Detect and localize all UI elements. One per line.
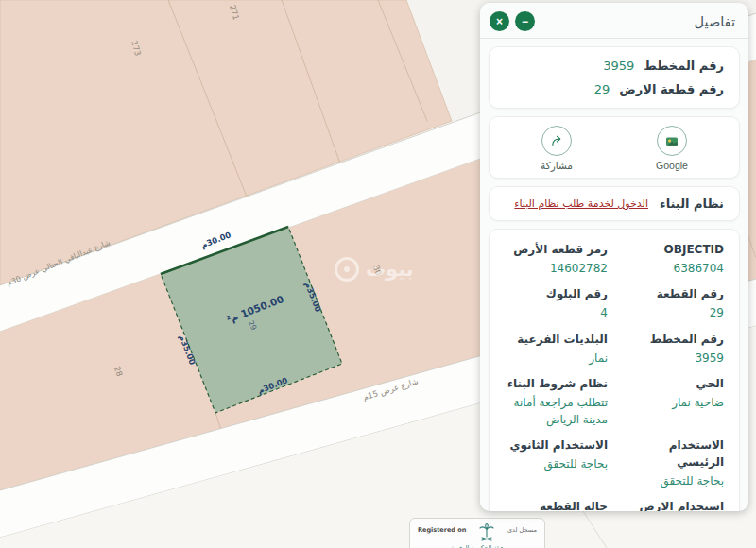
minimize-icon[interactable]: −: [515, 11, 535, 31]
registered-on-label: Registered on: [418, 526, 466, 534]
building-system-label: نظام البناء: [660, 197, 724, 211]
summary-card: رقم المخطط 3959 رقم قطعة الارض 29: [489, 46, 740, 109]
close-icon[interactable]: ×: [490, 11, 509, 31]
actions-card: Google مشاركة: [489, 116, 740, 179]
attr-main-use: الاستخدام الرئيسي بحاجة للتحقق: [621, 437, 724, 489]
attr-plan-number: رقم المخطط 3959: [621, 331, 724, 367]
parcel-number-label: رقم قطعة الارض: [619, 82, 724, 96]
panel-header: تفاصيل × −: [480, 3, 748, 39]
attr-land-use: استخدام الارض بحاجة للتحقق: [621, 498, 724, 511]
panel-title: تفاصيل: [695, 14, 735, 29]
attr-objectid: OBJECTID 6386704: [621, 241, 724, 277]
attributes-table: OBJECTID 6386704 رمز قطعة الأرض 14602782…: [505, 241, 724, 511]
registration-badge: Registered on مسجل لدى هيئة الحكومة الرق…: [409, 518, 545, 548]
google-icon: [657, 126, 687, 156]
attr-parcel-code: رمز قطعة الأرض 14602782: [505, 241, 608, 277]
plan-number-label: رقم المخطط: [644, 59, 724, 73]
plan-number-value: 3959: [603, 59, 634, 73]
registered-on-label-ar: مسجل لدى: [507, 526, 537, 534]
plan-number-row: رقم المخطط 3959: [505, 54, 724, 77]
share-button-label: مشاركة: [541, 160, 573, 171]
building-system-card: نظام البناء الدخول لخدمة طلب نظام البناء: [489, 186, 740, 221]
share-icon: [541, 126, 572, 156]
attr-sub-municipality: البلديات الفرعية نمار: [505, 331, 608, 367]
authority-name-ar: هيئة الحكومة الرقمية: [418, 544, 537, 548]
attr-block-number: رقم البلوك 4: [505, 285, 608, 321]
attr-secondary-use: الاستخدام الثانوي بحاجة للتحقق: [505, 437, 608, 489]
share-button[interactable]: مشاركة: [541, 126, 573, 171]
attr-district: الحي ضاحية نمار: [621, 375, 724, 428]
parcel-number-value: 29: [594, 82, 610, 96]
digital-government-emblem-icon: [476, 522, 497, 543]
details-panel: تفاصيل × − رقم المخطط 3959 رقم قطعة الار…: [480, 3, 748, 511]
attr-parcel-status: حالة القطعة -: [505, 498, 608, 511]
window-buttons: × −: [490, 11, 535, 31]
parcel-number-row: رقم قطعة الارض 29: [505, 77, 724, 101]
app-window: شارع عبدالباقي الحنالي عرض 30م شارع عرض …: [0, 0, 756, 548]
attr-building-rules: نظام شروط البناء تتطلب مراجعة أمانة مدين…: [505, 375, 608, 428]
google-button[interactable]: Google: [656, 126, 688, 171]
attributes-card: OBJECTID 6386704 رمز قطعة الأرض 14602782…: [489, 229, 740, 511]
google-button-label: Google: [656, 160, 688, 171]
building-system-request-link[interactable]: الدخول لخدمة طلب نظام البناء: [514, 197, 648, 210]
attr-parcel-number: رقم القطعة 29: [621, 285, 724, 321]
